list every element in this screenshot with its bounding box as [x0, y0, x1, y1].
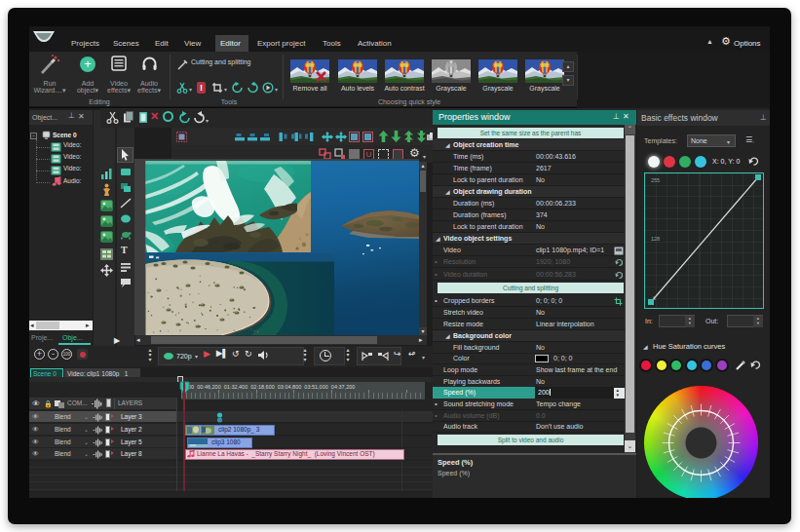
svg-text:128: 128 [651, 236, 660, 242]
svg-text:0: 0 [653, 295, 656, 301]
svg-text:255: 255 [651, 177, 660, 183]
